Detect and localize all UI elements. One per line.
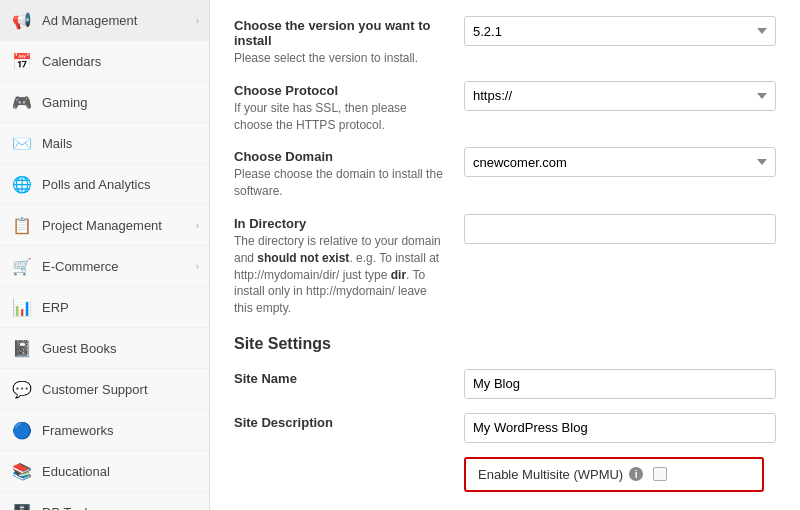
multisite-row-container: Enable Multisite (WPMU) i (234, 457, 776, 492)
domain-label-col: Choose Domain Please choose the domain t… (234, 147, 464, 200)
sidebar-item-db-tools[interactable]: 🗄️DB Tools (0, 492, 209, 510)
multisite-info-icon[interactable]: i (629, 467, 643, 481)
version-row: Choose the version you want to install P… (234, 16, 776, 67)
sidebar-label-project-management: Project Management (42, 218, 192, 233)
sidebar-label-educational: Educational (42, 464, 199, 479)
sidebar-label-mails: Mails (42, 136, 199, 151)
directory-desc-dir: dir (391, 268, 406, 282)
project-management-icon: 📋 (10, 213, 34, 237)
protocol-row: Choose Protocol If your site has SSL, th… (234, 81, 776, 134)
multisite-checkbox[interactable] (653, 467, 667, 481)
site-description-control (464, 413, 776, 443)
site-description-row: Site Description (234, 413, 776, 443)
domain-select[interactable]: cnewcomer.com (464, 147, 776, 177)
protocol-label: Choose Protocol (234, 83, 448, 98)
sidebar-label-ad-management: Ad Management (42, 13, 192, 28)
site-name-row: Site Name (234, 369, 776, 399)
erp-icon: 📊 (10, 295, 34, 319)
ad-management-arrow-icon: › (196, 15, 199, 26)
directory-input[interactable] (464, 214, 776, 244)
sidebar-item-polls-analytics[interactable]: 🌐Polls and Analytics (0, 164, 209, 205)
sidebar-label-customer-support: Customer Support (42, 382, 199, 397)
sidebar-label-guest-books: Guest Books (42, 341, 199, 356)
protocol-desc: If your site has SSL, then please choose… (234, 100, 448, 134)
directory-desc-bold: should not exist (257, 251, 349, 265)
directory-desc: The directory is relative to your domain… (234, 233, 448, 317)
directory-row: In Directory The directory is relative t… (234, 214, 776, 317)
multisite-label: Enable Multisite (WPMU) (478, 467, 623, 482)
sidebar-item-ecommerce[interactable]: 🛒E-Commerce› (0, 246, 209, 287)
db-tools-icon: 🗄️ (10, 500, 34, 510)
sidebar-item-erp[interactable]: 📊ERP (0, 287, 209, 328)
polls-analytics-icon: 🌐 (10, 172, 34, 196)
sidebar: 📢Ad Management›📅Calendars🎮Gaming✉️Mails🌐… (0, 0, 210, 510)
domain-label: Choose Domain (234, 149, 448, 164)
protocol-select[interactable]: https:// (464, 81, 776, 111)
customer-support-icon: 💬 (10, 377, 34, 401)
sidebar-item-mails[interactable]: ✉️Mails (0, 123, 209, 164)
multisite-box: Enable Multisite (WPMU) i (464, 457, 764, 492)
directory-control (464, 214, 776, 244)
site-name-label: Site Name (234, 371, 448, 386)
site-name-control (464, 369, 776, 399)
sidebar-item-calendars[interactable]: 📅Calendars (0, 41, 209, 82)
directory-label: In Directory (234, 216, 448, 231)
protocol-label-col: Choose Protocol If your site has SSL, th… (234, 81, 464, 134)
ecommerce-arrow-icon: › (196, 261, 199, 272)
gaming-icon: 🎮 (10, 90, 34, 114)
sidebar-item-guest-books[interactable]: 📓Guest Books (0, 328, 209, 369)
project-management-arrow-icon: › (196, 220, 199, 231)
main-content: Choose the version you want to install P… (210, 0, 800, 510)
version-desc: Please select the version to install. (234, 50, 448, 67)
sidebar-label-db-tools: DB Tools (42, 505, 199, 511)
site-description-label: Site Description (234, 415, 448, 430)
multisite-label-col (234, 457, 464, 459)
sidebar-label-polls-analytics: Polls and Analytics (42, 177, 199, 192)
sidebar-item-ad-management[interactable]: 📢Ad Management› (0, 0, 209, 41)
site-settings-title: Site Settings (234, 331, 776, 353)
version-label: Choose the version you want to install (234, 18, 448, 48)
domain-row: Choose Domain Please choose the domain t… (234, 147, 776, 200)
sidebar-label-calendars: Calendars (42, 54, 199, 69)
site-name-label-col: Site Name (234, 369, 464, 388)
domain-desc: Please choose the domain to install the … (234, 166, 448, 200)
version-control: 5.2.1 (464, 16, 776, 46)
site-description-input[interactable] (464, 413, 776, 443)
ad-management-icon: 📢 (10, 8, 34, 32)
ecommerce-icon: 🛒 (10, 254, 34, 278)
sidebar-item-educational[interactable]: 📚Educational (0, 451, 209, 492)
protocol-control: https:// (464, 81, 776, 111)
mails-icon: ✉️ (10, 131, 34, 155)
frameworks-icon: 🔵 (10, 418, 34, 442)
sidebar-item-gaming[interactable]: 🎮Gaming (0, 82, 209, 123)
guest-books-icon: 📓 (10, 336, 34, 360)
sidebar-label-frameworks: Frameworks (42, 423, 199, 438)
sidebar-item-frameworks[interactable]: 🔵Frameworks (0, 410, 209, 451)
version-select[interactable]: 5.2.1 (464, 16, 776, 46)
calendars-icon: 📅 (10, 49, 34, 73)
sidebar-item-customer-support[interactable]: 💬Customer Support (0, 369, 209, 410)
directory-label-col: In Directory The directory is relative t… (234, 214, 464, 317)
sidebar-label-ecommerce: E-Commerce (42, 259, 192, 274)
site-description-label-col: Site Description (234, 413, 464, 432)
sidebar-label-gaming: Gaming (42, 95, 199, 110)
sidebar-label-erp: ERP (42, 300, 199, 315)
version-label-col: Choose the version you want to install P… (234, 16, 464, 67)
educational-icon: 📚 (10, 459, 34, 483)
domain-control: cnewcomer.com (464, 147, 776, 177)
multisite-control: Enable Multisite (WPMU) i (464, 457, 776, 492)
sidebar-item-project-management[interactable]: 📋Project Management› (0, 205, 209, 246)
site-name-input[interactable] (464, 369, 776, 399)
